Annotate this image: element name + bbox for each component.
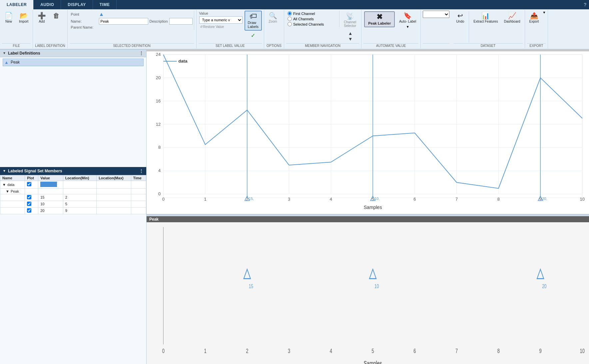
peak2-name-cell: [0, 201, 25, 207]
members-menu-icon[interactable]: ⋮: [139, 168, 144, 174]
label-defs-title: Label Definitions: [8, 51, 40, 56]
undo-button[interactable]: ↩ Undo: [453, 11, 467, 25]
zoom-icon: 🔍: [269, 12, 277, 19]
svg-text:10: 10: [580, 197, 585, 202]
export-button[interactable]: 📤 Export: [527, 11, 541, 25]
nav-down-arrow[interactable]: ▼: [348, 36, 353, 42]
label-defs-menu-icon[interactable]: ⋮: [139, 51, 144, 56]
peak3-plot-cell: [25, 207, 38, 214]
draw-labels-button[interactable]: 🏷 DrawLabels: [245, 11, 262, 31]
data-row-label: data: [7, 183, 14, 187]
name-input[interactable]: [99, 18, 148, 25]
peak-loc-max-cell: [97, 188, 131, 194]
ribbon-group-export: 📤 Export ▼ EXPORT: [525, 10, 548, 48]
svg-text:3: 3: [288, 347, 290, 354]
svg-text:20: 20: [156, 75, 161, 80]
svg-text:1: 1: [204, 347, 206, 354]
label-def-peak[interactable]: ▲ Peak: [3, 59, 144, 66]
svg-text:4: 4: [330, 197, 332, 202]
restore-button[interactable]: ↺ Restore Value: [199, 25, 243, 29]
peak3-loc-max-cell: [97, 207, 131, 214]
data-expand-icon[interactable]: ▼: [2, 183, 6, 187]
label-defs-header: ▼ Label Definitions ⋮: [0, 49, 146, 57]
table-row: 10 5: [0, 201, 146, 207]
peak1-plot-cell: [25, 194, 38, 201]
peak2-loc-min-cell: 5: [63, 201, 97, 207]
data-value-color-box: [40, 182, 57, 187]
all-channels-radio[interactable]: [288, 17, 292, 21]
peak1-plot-checkbox[interactable]: [27, 195, 31, 199]
ribbon-group-member-nav: First Channel All Channels Selected Chan…: [284, 10, 361, 48]
ribbon-group-label-def: ➕ Add 🗑 LABEL DEFINITION: [33, 10, 67, 48]
automate-dropdown[interactable]: [423, 11, 449, 18]
selected-channels-radio[interactable]: [288, 22, 292, 26]
auto-label-dropdown[interactable]: ▼: [406, 25, 409, 29]
svg-text:8: 8: [497, 347, 500, 354]
channel-group: First Channel All Channels Selected Chan…: [286, 11, 339, 27]
delete-icon: 🗑: [53, 12, 60, 19]
options-group-label: OPTIONS: [266, 43, 282, 48]
undo-icon: ↩: [457, 12, 463, 19]
data-plot-checkbox[interactable]: [27, 182, 31, 186]
members-collapse-icon[interactable]: ▼: [3, 169, 6, 173]
selected-channels-label: Selected Channels: [293, 22, 324, 26]
checkmark-button[interactable]: ✓: [249, 31, 257, 40]
first-channel-radio[interactable]: [288, 11, 292, 16]
new-label: New: [5, 20, 12, 23]
peak1-time-cell: [131, 194, 146, 201]
svg-text:4: 4: [158, 168, 161, 173]
ribbon-group-options: 🔍 Zoom OPTIONS: [264, 10, 284, 48]
collapse-icon[interactable]: ▼: [3, 51, 6, 55]
peak3-plot-checkbox[interactable]: [27, 208, 31, 213]
peak-expand-icon[interactable]: ▼: [6, 189, 9, 193]
svg-text:20,: 20,: [542, 197, 547, 201]
ribbon: 📄 New 📂 Import FILE ➕ Add 🗑 LABEL DEFINI…: [0, 9, 589, 49]
table-row: ▼ data: [0, 181, 146, 188]
svg-text:4: 4: [330, 347, 332, 354]
value-label: Value: [199, 11, 243, 15]
draw-labels-label: DrawLabels: [248, 21, 259, 29]
tab-labeler[interactable]: LABELER: [0, 0, 34, 9]
nav-up-arrow[interactable]: ▲: [348, 31, 353, 36]
svg-text:Samples: Samples: [364, 205, 382, 210]
import-button[interactable]: 📂 Import: [17, 11, 31, 25]
svg-text:3: 3: [288, 197, 290, 202]
svg-text:2: 2: [246, 347, 248, 354]
delete-button[interactable]: 🗑: [50, 11, 63, 21]
set-label-group-label: SET LABEL VALUE: [199, 43, 262, 48]
auto-label-button[interactable]: 🔖 Auto- Label: [397, 11, 418, 25]
peak-labeler-icon: ✖: [376, 13, 382, 21]
svg-text:8: 8: [497, 197, 500, 202]
selected-definition-area: Point ▲ Name: Description Parent Name:: [70, 11, 194, 30]
peak-labeler-button[interactable]: ✖ Peak Labeler: [364, 11, 395, 27]
value-select[interactable]: Type a numeric v: [199, 16, 243, 24]
point-label: Point: [71, 12, 98, 16]
svg-text:6: 6: [413, 197, 416, 202]
export-dropdown[interactable]: ▼: [543, 11, 546, 14]
draw-labels-icon: 🏷: [250, 13, 257, 20]
data-plot-cell: [25, 181, 38, 188]
tab-audio[interactable]: AUDIO: [34, 0, 61, 9]
peak1-name-cell: [0, 194, 25, 201]
svg-text:9: 9: [539, 347, 541, 354]
add-label: Add: [39, 20, 45, 23]
peak-chart-content: 0 1 2 3 4 5 6 7 8 9 10 Samples 15: [147, 222, 589, 364]
add-button[interactable]: ➕ Add: [35, 11, 48, 25]
peak-chart-svg: 0 1 2 3 4 5 6 7 8 9 10 Samples 15: [147, 222, 589, 364]
tab-time[interactable]: TIME: [93, 0, 117, 9]
peak2-loc-max-cell: [97, 201, 131, 207]
tab-display[interactable]: DISPLAY: [61, 0, 93, 9]
left-panel: ▼ Label Definitions ⋮ ▲ Peak ▼ Labeled S…: [0, 49, 147, 364]
dashboard-button[interactable]: 📈 Dashboard: [502, 11, 523, 25]
description-input[interactable]: [169, 18, 193, 25]
col-time: Time: [131, 175, 146, 181]
peak2-plot-checkbox[interactable]: [27, 202, 31, 206]
zoom-button[interactable]: 🔍 Zoom: [266, 11, 280, 25]
channel-selector-button[interactable]: 📡 ChannelSelector: [341, 11, 358, 29]
table-row: 15 2: [0, 194, 146, 201]
new-button[interactable]: 📄 New: [2, 11, 15, 25]
help-icon[interactable]: ?: [584, 2, 589, 7]
peak-chart-header: Peak: [147, 216, 589, 222]
import-label: Import: [19, 20, 28, 23]
extract-features-button[interactable]: 📊 Extract Features: [471, 11, 500, 25]
